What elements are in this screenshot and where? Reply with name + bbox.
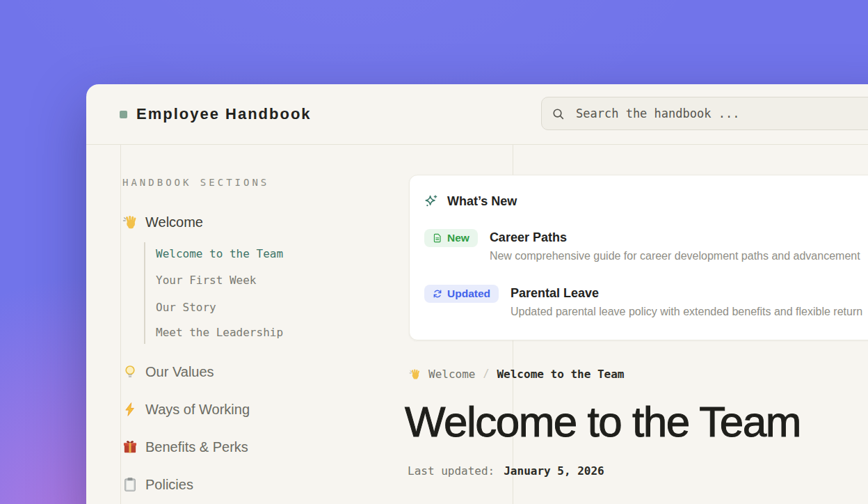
last-updated-label: Last updated:	[408, 464, 495, 478]
sidebar-subitem-meet-the-leadership[interactable]: Meet the Leadership	[156, 326, 283, 340]
app-header: Employee Handbook	[86, 84, 868, 145]
whats-new-card: What’s New New Career Paths New comprehe…	[409, 175, 868, 340]
refresh-icon	[433, 289, 442, 299]
clipboard-icon	[122, 477, 138, 492]
whats-new-item-text: Career Paths New comprehensive guide for…	[490, 229, 860, 264]
sidebar-item-label: Our Values	[145, 363, 214, 380]
whats-new-item-description: Updated parental leave policy with exten…	[511, 304, 862, 320]
whats-new-item-career-paths[interactable]: New Career Paths New comprehensive guide…	[424, 229, 860, 264]
breadcrumb-section-link[interactable]: Welcome	[428, 368, 475, 381]
sidebar-item-benefits-perks[interactable]: Benefits & Perks	[122, 438, 248, 456]
document-icon	[433, 233, 442, 243]
whats-new-item-text: Parental Leave Updated parental leave po…	[511, 285, 862, 320]
last-updated-row: Last updated: January 5, 2026	[408, 464, 604, 478]
gift-icon	[122, 439, 138, 455]
whats-new-item-parental-leave[interactable]: Updated Parental Leave Updated parental …	[424, 285, 862, 320]
sidebar-item-welcome[interactable]: Welcome	[122, 213, 203, 231]
waving-hand-icon	[122, 214, 138, 230]
search-input[interactable]	[576, 107, 868, 120]
breadcrumb: Welcome / Welcome to the Team	[409, 367, 625, 381]
sidebar-subitem-your-first-week[interactable]: Your First Week	[156, 274, 257, 288]
badge-label: New	[447, 232, 469, 244]
breadcrumb-current-page: Welcome to the Team	[497, 368, 624, 381]
sidebar-item-label: Welcome	[145, 214, 203, 230]
waving-hand-icon	[409, 368, 421, 380]
breadcrumb-separator: /	[483, 368, 489, 380]
search-icon	[552, 107, 565, 120]
page-title: Welcome to the Team	[405, 399, 801, 445]
search-box[interactable]	[541, 97, 868, 130]
sidebar-subtree-guide	[144, 242, 145, 344]
whats-new-item-description: New comprehensive guide for career devel…	[490, 249, 860, 264]
whats-new-title: What’s New	[447, 194, 517, 208]
sidebar-subitem-our-story[interactable]: Our Story	[156, 301, 216, 315]
layout-rule-left	[120, 145, 121, 504]
whats-new-item-title: Career Paths	[490, 229, 860, 246]
sidebar-item-ways-of-working[interactable]: Ways of Working	[122, 400, 250, 418]
updated-badge: Updated	[424, 285, 499, 303]
app-title: Employee Handbook	[136, 104, 312, 125]
lightning-icon	[122, 402, 138, 417]
sidebar-subitem-welcome-to-the-team[interactable]: Welcome to the Team	[156, 247, 283, 261]
sparkle-icon	[424, 194, 438, 208]
last-updated-value: January 5, 2026	[504, 464, 604, 478]
sidebar-item-label: Policies	[145, 476, 193, 493]
badge-label: Updated	[447, 288, 490, 300]
sidebar-item-label: Ways of Working	[145, 401, 250, 418]
whats-new-item-title: Parental Leave	[511, 285, 862, 302]
sidebar-item-our-values[interactable]: Our Values	[122, 363, 214, 381]
sidebar-heading: HANDBOOK SECTIONS	[122, 177, 269, 188]
lightbulb-icon	[122, 364, 138, 379]
logo-mark-icon	[120, 111, 127, 118]
sidebar-item-policies[interactable]: Policies	[122, 475, 193, 494]
whats-new-header: What’s New	[424, 194, 517, 208]
handbook-app-window: Employee Handbook HANDBOOK SECTIONS Welc…	[86, 84, 868, 504]
new-badge: New	[424, 229, 478, 247]
sidebar-item-label: Benefits & Perks	[145, 439, 248, 455]
